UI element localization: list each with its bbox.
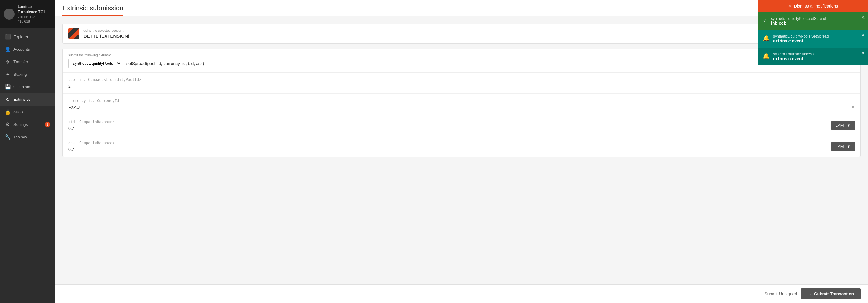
- field-value-currency-id[interactable]: FXAU: [68, 105, 80, 110]
- user-name: Laminar Turbulence TC1: [18, 4, 51, 15]
- settings-badge: 1: [45, 122, 50, 127]
- sidebar-item-label: Extrinsics: [13, 97, 31, 102]
- submit-transaction-button[interactable]: → Submit Transaction: [801, 288, 861, 299]
- page-title: Extrinsic submission: [62, 4, 123, 16]
- grid-icon: ⬛: [5, 34, 10, 40]
- sidebar-item-accounts[interactable]: 👤 Accounts: [0, 43, 55, 56]
- notification-item-2: 🔔 system.ExtrinsicSuccess extrinsic even…: [758, 48, 868, 65]
- sidebar-item-explorer[interactable]: ⬛ Explorer: [0, 31, 55, 43]
- unsigned-icon: →: [758, 292, 763, 296]
- notification-content-0: syntheticLiquidityPools.setSpread inbloc…: [771, 16, 863, 26]
- toolbox-icon: 🔧: [5, 134, 10, 140]
- module-select[interactable]: syntheticLiquidityPools: [68, 59, 121, 68]
- bid-unit-label: LAMI: [836, 123, 845, 128]
- sidebar-item-extrinsics[interactable]: ↻ Extrinsics: [0, 93, 55, 106]
- field-pool-id: pool_id: Compact<LiquidityPoolId> 2: [63, 73, 860, 94]
- field-currency-id: currency_id: CurrencyId FXAU ▼: [63, 94, 860, 115]
- field-type-currency-id: currency_id: CurrencyId: [68, 99, 855, 103]
- account-name: BETTE (EXTENSION): [84, 33, 129, 38]
- notification-close-1[interactable]: ✕: [861, 32, 865, 38]
- notification-title-1: syntheticLiquidityPools.SetSpread: [773, 34, 863, 38]
- hearing-icon-1: 🔔: [763, 35, 770, 41]
- notification-status-2: extrinsic event: [773, 56, 863, 61]
- notification-item-0: ✓ syntheticLiquidityPools.setSpread inbl…: [758, 12, 868, 30]
- chainstate-icon: 💾: [5, 84, 10, 90]
- notification-item-1: 🔔 syntheticLiquidityPools.SetSpread extr…: [758, 30, 868, 48]
- sidebar-item-toolbox[interactable]: 🔧 Toolbox: [0, 131, 55, 143]
- currency-dropdown-field: FXAU ▼: [68, 105, 855, 110]
- sidebar-item-label: Explorer: [13, 35, 28, 39]
- sidebar-item-sudo[interactable]: 🔒 Sudo: [0, 106, 55, 118]
- submit-icon: →: [807, 292, 812, 296]
- submit-unsigned-button[interactable]: → Submit Unsigned: [758, 292, 797, 296]
- notifications-panel: ✕ Dismiss all notifications ✓ syntheticL…: [758, 0, 868, 65]
- page-body: using the selected account BETTE (EXTENS…: [55, 16, 868, 284]
- account-label: using the selected account: [84, 29, 129, 32]
- checkmark-icon: ✓: [763, 17, 767, 24]
- bid-unit-button[interactable]: LAMI ▼: [831, 121, 855, 130]
- notification-status-0: inblock: [771, 21, 863, 26]
- module-select-wrap: syntheticLiquidityPools setSpread(pool_i…: [68, 59, 204, 68]
- dismiss-all-button[interactable]: ✕ Dismiss all notifications: [758, 0, 868, 12]
- submit-transaction-label: Submit Transaction: [814, 292, 854, 296]
- user-info: Laminar Turbulence TC1 version 102 #18,6…: [18, 4, 51, 24]
- sidebar-item-label: Accounts: [13, 47, 30, 52]
- call-name: setSpread(pool_id, currency_id, bid, ask…: [126, 61, 204, 66]
- user-block: #18,618: [18, 19, 51, 24]
- main-content: Extrinsic submission using the selected …: [55, 0, 868, 303]
- sidebar-item-chainstate[interactable]: 💾 Chain state: [0, 81, 55, 93]
- page-header: Extrinsic submission: [55, 0, 868, 16]
- accounts-icon: 👤: [5, 46, 10, 52]
- sidebar-item-settings[interactable]: ⚙ Settings 1: [0, 118, 55, 131]
- chevron-down-icon: ▼: [851, 105, 855, 109]
- account-icon: [68, 28, 79, 39]
- extrinsics-icon: ↻: [5, 97, 10, 102]
- notification-content-1: syntheticLiquidityPools.SetSpread extrin…: [773, 34, 863, 43]
- extrinsic-header-content: submit the following extrinsic synthetic…: [68, 53, 204, 68]
- field-ask-main: ask: Compact<Balance> 0.7: [68, 141, 831, 152]
- field-bid-main: bid: Compact<Balance> 0.7: [68, 120, 831, 131]
- hearing-icon-2: 🔔: [763, 53, 770, 59]
- notification-status-1: extrinsic event: [773, 38, 863, 43]
- account-details: using the selected account BETTE (EXTENS…: [84, 29, 129, 38]
- dismiss-all-label: Dismiss all notifications: [794, 4, 838, 8]
- field-value-ask[interactable]: 0.7: [68, 147, 831, 152]
- user-version: version 102: [18, 15, 51, 19]
- ask-unit-label: LAMI: [836, 144, 845, 149]
- field-ask: ask: Compact<Balance> 0.7 LAMI ▼: [63, 136, 860, 157]
- sidebar-nav: ⬛ Explorer 👤 Accounts ✈ Transfer ✦ Staki…: [0, 28, 55, 303]
- sidebar-item-label: Staking: [13, 72, 27, 77]
- notification-content-2: system.ExtrinsicSuccess extrinsic event: [773, 52, 863, 61]
- extrinsic-label: submit the following extrinsic: [68, 53, 204, 57]
- notification-title-0: syntheticLiquidityPools.setSpread: [771, 16, 863, 21]
- staking-icon: ✦: [5, 71, 10, 77]
- notification-title-2: system.ExtrinsicSuccess: [773, 52, 863, 56]
- action-bar: → Submit Unsigned → Submit Transaction: [55, 284, 868, 303]
- sudo-icon: 🔒: [5, 109, 10, 115]
- transfer-icon: ✈: [5, 59, 10, 65]
- sidebar-item-label: Settings: [13, 122, 28, 127]
- field-type-pool-id: pool_id: Compact<LiquidityPoolId>: [68, 77, 855, 82]
- notification-close-0[interactable]: ✕: [861, 15, 865, 21]
- sidebar-item-transfer[interactable]: ✈ Transfer: [0, 56, 55, 68]
- field-value-pool-id[interactable]: 2: [68, 84, 855, 89]
- notification-close-2[interactable]: ✕: [861, 50, 865, 56]
- close-icon: ✕: [788, 4, 792, 8]
- field-value-bid[interactable]: 0.7: [68, 126, 831, 131]
- sidebar: Laminar Turbulence TC1 version 102 #18,6…: [0, 0, 55, 303]
- account-selector: using the selected account BETTE (EXTENS…: [62, 24, 861, 44]
- sidebar-item-label: Toolbox: [13, 135, 27, 139]
- submit-unsigned-label: Submit Unsigned: [764, 292, 797, 296]
- field-type-bid: bid: Compact<Balance>: [68, 120, 831, 124]
- field-type-ask: ask: Compact<Balance>: [68, 141, 831, 145]
- ask-unit-button[interactable]: LAMI ▼: [831, 142, 855, 151]
- account-left: using the selected account BETTE (EXTENS…: [68, 28, 129, 39]
- sidebar-item-label: Chain state: [13, 85, 34, 89]
- ask-unit-chevron-icon: ▼: [846, 144, 850, 149]
- sidebar-header: Laminar Turbulence TC1 version 102 #18,6…: [0, 0, 55, 28]
- sidebar-item-label: Transfer: [13, 60, 28, 64]
- sidebar-item-staking[interactable]: ✦ Staking: [0, 68, 55, 81]
- extrinsic-header: submit the following extrinsic synthetic…: [63, 49, 860, 73]
- sidebar-item-label: Sudo: [13, 110, 23, 114]
- field-bid: bid: Compact<Balance> 0.7 LAMI ▼: [63, 115, 860, 136]
